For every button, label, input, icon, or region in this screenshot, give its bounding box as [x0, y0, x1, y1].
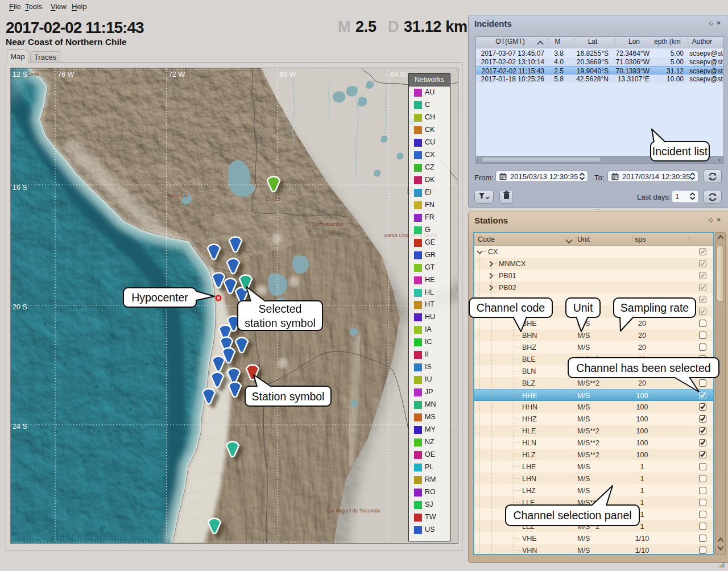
svg-text:Cochabamba: Cochabamba: [312, 221, 343, 227]
svg-text:Lima: Lima: [28, 71, 39, 77]
svg-text:76 W: 76 W: [57, 71, 74, 78]
svg-text:68 W: 68 W: [279, 71, 296, 78]
svg-text:20 S: 20 S: [13, 303, 27, 311]
svg-text:72 W: 72 W: [168, 71, 185, 78]
svg-text:64 W: 64 W: [390, 71, 407, 78]
svg-text:Arequipa: Arequipa: [167, 193, 188, 198]
svg-text:El Alto: El Alto: [266, 196, 280, 202]
svg-text:24 S: 24 S: [13, 423, 27, 431]
svg-text:12 S: 12 S: [13, 71, 27, 78]
svg-text:16 S: 16 S: [13, 184, 27, 192]
svg-text:San Miguel de Tucumán: San Miguel de Tucumán: [325, 508, 380, 514]
